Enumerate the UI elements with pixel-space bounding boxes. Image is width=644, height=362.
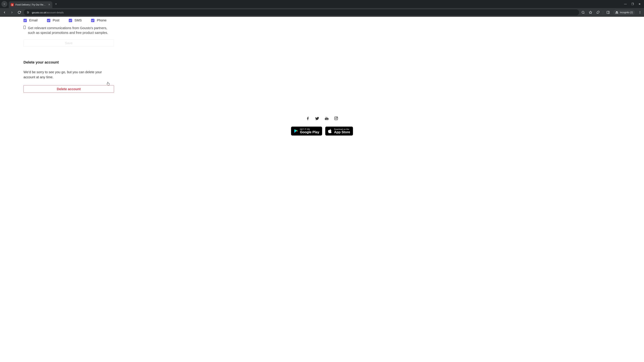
channel-post: Post [47, 18, 59, 22]
save-button[interactable]: Save [24, 39, 114, 47]
svg-point-6 [582, 11, 584, 13]
maximize-button[interactable]: ❐ [632, 2, 634, 6]
partner-text: Get relevant communications from Gousto'… [28, 26, 114, 35]
partner-communications-row: Get relevant communications from Gousto'… [24, 26, 114, 35]
back-button[interactable] [2, 9, 8, 15]
close-tab-button[interactable]: ✕ [48, 3, 50, 6]
close-window-button[interactable]: ✕ [638, 2, 641, 6]
page-viewport[interactable]: Email Post SMS Phone Get relevant commun… [0, 17, 644, 362]
instagram-icon[interactable] [334, 116, 338, 121]
youtube-icon[interactable]: You Tube [324, 116, 329, 121]
google-play-big: Google Play [300, 130, 319, 134]
channel-label: Post [53, 18, 59, 22]
delete-account-button[interactable]: Delete account [24, 85, 114, 93]
extensions-icon[interactable] [596, 10, 600, 15]
browser-toolbar: gousto.co.uk/account-details Incognito (… [0, 8, 644, 17]
svg-point-11 [640, 11, 640, 12]
svg-point-12 [640, 12, 640, 12]
checkbox-email[interactable] [24, 19, 27, 22]
incognito-label: Incognito (2) [620, 11, 633, 14]
tab-strip: g Food Delivery | Try Our Recipe ✕ + — ❐… [0, 0, 644, 8]
channel-label: SMS [74, 18, 82, 22]
minimize-button[interactable]: — [624, 2, 627, 6]
svg-point-19 [337, 117, 337, 117]
channel-email: Email [24, 18, 38, 22]
channel-label: Phone [97, 18, 106, 22]
svg-point-18 [336, 118, 337, 119]
facebook-icon[interactable] [306, 116, 310, 121]
zoom-icon[interactable] [581, 10, 586, 15]
url-host: gousto.co.uk [32, 11, 46, 14]
tab-favicon: g [11, 3, 14, 6]
checkbox-post[interactable] [47, 19, 50, 22]
side-panel-icon[interactable] [606, 10, 610, 15]
app-store-small: Download on the [334, 128, 349, 130]
chrome-menu-icon[interactable] [638, 10, 642, 15]
tabs-search-button[interactable] [1, 1, 8, 7]
tab-title: Food Delivery | Try Our Recipe [16, 3, 47, 6]
window-controls: — ❐ ✕ [624, 2, 643, 6]
forward-button[interactable] [9, 9, 15, 15]
page-footer: You Tube GET IT ON Google Play [0, 116, 644, 136]
address-bar[interactable]: gousto.co.uk/account-details [24, 9, 579, 15]
checkbox-sms[interactable] [69, 19, 72, 22]
app-store-badge[interactable]: Download on the App Store [325, 126, 353, 136]
svg-point-13 [640, 13, 640, 13]
browser-tab[interactable]: g Food Delivery | Try Our Recipe ✕ [9, 1, 52, 8]
svg-line-7 [584, 13, 584, 14]
google-play-badge[interactable]: GET IT ON Google Play [291, 126, 322, 136]
svg-point-3 [27, 11, 28, 12]
channel-phone: Phone [91, 18, 106, 22]
url-text: gousto.co.uk/account-details [32, 11, 64, 14]
bookmark-icon[interactable] [588, 10, 593, 15]
communication-channels: Email Post SMS Phone [24, 18, 118, 22]
checkbox-partner[interactable] [24, 26, 26, 29]
svg-rect-9 [607, 11, 610, 14]
url-path: /account-details [46, 11, 64, 14]
twitter-icon[interactable] [315, 116, 320, 121]
channel-label: Email [29, 18, 38, 22]
social-links: You Tube [0, 116, 644, 121]
delete-account-text: We'd be sorry to see you go, but you can… [24, 69, 107, 80]
app-store-big: App Store [334, 130, 350, 134]
site-settings-icon[interactable] [26, 10, 30, 14]
svg-point-5 [28, 13, 28, 13]
incognito-badge[interactable]: Incognito (2) [613, 10, 635, 15]
checkbox-phone[interactable] [91, 19, 94, 22]
reload-button[interactable] [16, 9, 22, 15]
new-tab-button[interactable]: + [55, 2, 57, 6]
google-play-small: GET IT ON [300, 128, 310, 130]
page-content: Email Post SMS Phone Get relevant commun… [0, 17, 118, 142]
svg-text:Tube: Tube [325, 118, 328, 120]
svg-point-4 [28, 12, 29, 13]
app-store-badges: GET IT ON Google Play Download on the Ap… [0, 126, 644, 136]
channel-sms: SMS [69, 18, 82, 22]
delete-account-heading: Delete your account [24, 60, 118, 64]
svg-marker-8 [589, 11, 592, 14]
svg-text:You: You [326, 117, 328, 118]
browser-chrome: g Food Delivery | Try Our Recipe ✕ + — ❐… [0, 0, 644, 17]
